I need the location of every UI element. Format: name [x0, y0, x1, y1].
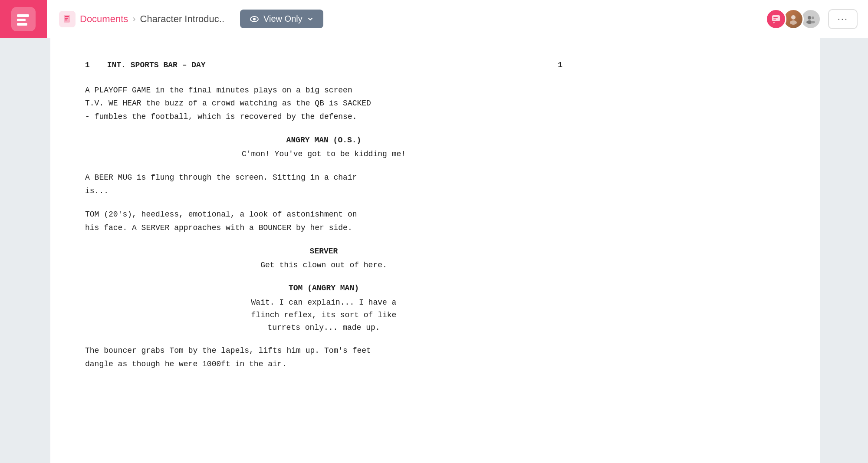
action-tom-description: TOM (20's), heedless, emotional, a look …	[85, 208, 562, 234]
breadcrumb: Documents › Character Introduc..	[59, 11, 224, 27]
svg-rect-10	[773, 17, 778, 18]
svg-rect-4	[65, 16, 69, 17]
logo-svg	[16, 12, 31, 26]
svg-rect-0	[17, 14, 29, 17]
logo-icon	[11, 7, 36, 31]
dialogue-tom: Wait. I can explain... I have a flinch r…	[85, 296, 562, 334]
svg-point-14	[808, 16, 811, 20]
chevron-down-icon	[307, 16, 314, 23]
eye-icon	[250, 14, 259, 24]
svg-point-13	[790, 20, 797, 25]
view-only-button[interactable]: View Only	[240, 10, 323, 28]
avatar-group	[766, 9, 821, 30]
scene-header: 1 INT. SPORTS BAR – DAY 1	[85, 59, 562, 72]
svg-rect-2	[17, 23, 27, 26]
breadcrumb-documents-link[interactable]: Documents	[80, 13, 128, 25]
more-options-button[interactable]: ···	[828, 9, 858, 29]
svg-point-15	[812, 16, 814, 19]
svg-rect-1	[17, 19, 26, 21]
action-playoff: A PLAYOFF GAME in the final minutes play…	[85, 84, 562, 124]
action-bouncer: The bouncer grabs Tom by the lapels, lif…	[85, 344, 562, 371]
right-sidebar	[820, 38, 868, 463]
scene-title: INT. SPORTS BAR – DAY	[107, 59, 558, 72]
character-tom-angry: TOM (ANGRY MAN)	[85, 282, 562, 295]
script-content: 1 INT. SPORTS BAR – DAY 1 A PLAYOFF GAME…	[85, 59, 562, 371]
breadcrumb-current-doc: Character Introduc..	[140, 13, 224, 25]
action-beer-mug: A BEER MUG is flung through the screen. …	[85, 171, 562, 197]
document-area[interactable]: 1 INT. SPORTS BAR – DAY 1 A PLAYOFF GAME…	[50, 38, 820, 463]
user-avatar-icon	[787, 13, 799, 25]
scene-number-left: 1	[85, 59, 90, 72]
left-sidebar	[0, 38, 50, 463]
breadcrumb-doc-icon	[59, 11, 76, 27]
dialogue-server: Get this clown out of here.	[85, 259, 562, 272]
people-icon	[805, 13, 816, 25]
main-layout: 1 INT. SPORTS BAR – DAY 1 A PLAYOFF GAME…	[0, 0, 868, 463]
svg-rect-6	[65, 20, 67, 20]
svg-point-12	[791, 15, 796, 20]
breadcrumb-separator: ›	[132, 13, 135, 25]
svg-point-8	[253, 18, 256, 20]
scene-number-right: 1	[558, 59, 562, 72]
character-server: SERVER	[85, 245, 562, 258]
character-angry-man: ANGRY MAN (O.S.)	[85, 134, 562, 147]
doc-icon	[62, 14, 72, 24]
header: Documents › Character Introduc.. View On…	[0, 0, 868, 38]
svg-rect-9	[772, 15, 780, 21]
header-right: ···	[766, 9, 858, 30]
svg-rect-11	[773, 19, 776, 20]
chat-icon	[771, 14, 781, 24]
svg-rect-5	[65, 18, 68, 19]
svg-point-17	[811, 21, 815, 23]
logo-box	[0, 0, 47, 38]
avatar-chat[interactable]	[766, 9, 786, 30]
dialogue-cmon: C'mon! You've got to be kidding me!	[85, 148, 562, 161]
view-only-label: View Only	[263, 14, 302, 24]
